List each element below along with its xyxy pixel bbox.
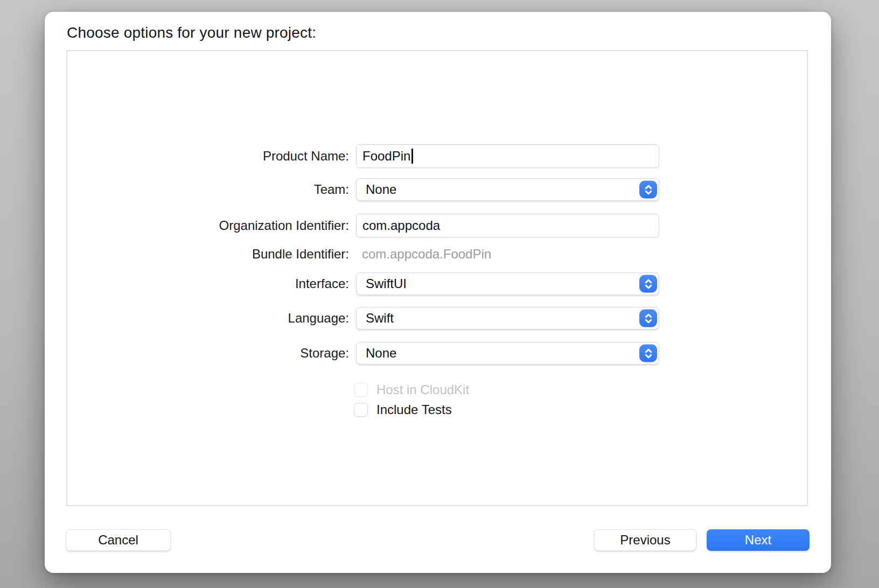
language-value: Swift: [366, 311, 394, 326]
team-dropdown[interactable]: None: [356, 178, 659, 201]
host-in-cloudkit-label: Host in CloudKit: [376, 382, 469, 397]
cancel-button[interactable]: Cancel: [66, 529, 171, 551]
bundle-identifier-label: Bundle Identifier:: [66, 247, 349, 262]
interface-dropdown[interactable]: SwiftUI: [356, 272, 659, 295]
interface-value: SwiftUI: [366, 276, 407, 291]
next-button[interactable]: Next: [707, 529, 810, 551]
team-label: Team:: [66, 182, 349, 197]
dialog-title: Choose options for your new project:: [67, 24, 316, 42]
chevron-up-down-icon: [639, 181, 657, 199]
text-caret: [411, 149, 413, 164]
new-project-options-dialog: Choose options for your new project: Pro…: [45, 12, 831, 573]
include-tests-label: Include Tests: [376, 402, 452, 417]
bundle-identifier-value: com.appcoda.FoodPin: [356, 245, 659, 263]
team-value: None: [366, 182, 396, 197]
storage-value: None: [366, 346, 396, 361]
chevron-up-down-icon: [639, 345, 657, 362]
chevron-up-down-icon: [639, 310, 657, 327]
organization-identifier-value: com.appcoda: [362, 218, 440, 233]
storage-label: Storage:: [66, 346, 349, 361]
product-name-label: Product Name:: [66, 149, 349, 164]
chevron-up-down-icon: [639, 275, 657, 293]
language-dropdown[interactable]: Swift: [356, 307, 659, 330]
product-name-input[interactable]: FoodPin: [356, 144, 659, 168]
organization-identifier-input[interactable]: com.appcoda: [356, 214, 659, 237]
organization-identifier-label: Organization Identifier:: [66, 218, 349, 233]
language-label: Language:: [66, 311, 349, 326]
previous-button[interactable]: Previous: [594, 529, 696, 551]
product-name-value: FoodPin: [362, 149, 410, 164]
host-in-cloudkit-checkbox: [354, 383, 368, 397]
include-tests-checkbox[interactable]: [354, 403, 368, 417]
storage-dropdown[interactable]: None: [356, 342, 659, 365]
interface-label: Interface:: [66, 276, 349, 291]
